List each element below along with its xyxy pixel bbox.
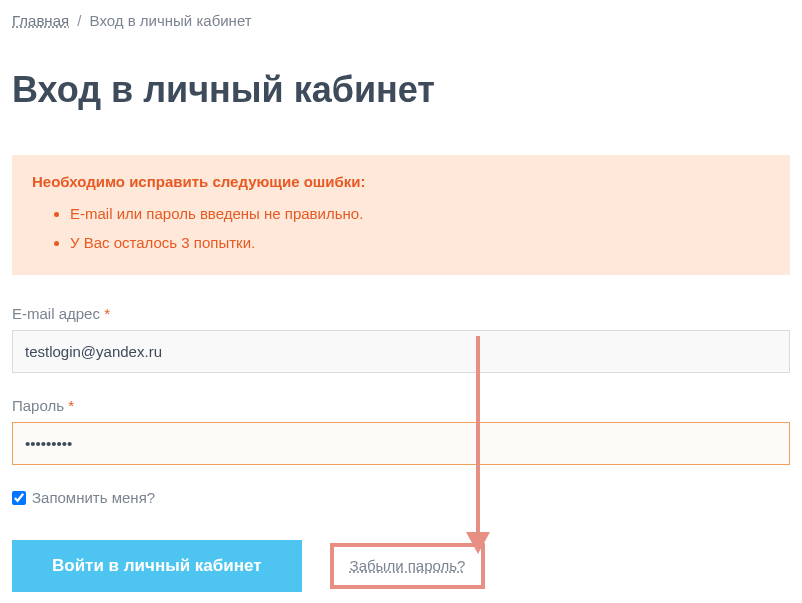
required-star: * xyxy=(104,305,110,322)
forgot-highlight-box: Забыли пароль? xyxy=(330,543,486,589)
error-heading: Необходимо исправить следующие ошибки: xyxy=(32,173,770,190)
error-box: Необходимо исправить следующие ошибки: E… xyxy=(12,155,790,275)
error-item: У Вас осталось 3 попытки. xyxy=(70,229,770,258)
error-list: E-mail или пароль введены не правильно. … xyxy=(32,200,770,257)
password-label: Пароль * xyxy=(12,397,790,414)
required-star: * xyxy=(68,397,74,414)
error-item: E-mail или пароль введены не правильно. xyxy=(70,200,770,229)
remember-label: Запомнить меня? xyxy=(32,489,155,506)
remember-checkbox[interactable] xyxy=(12,491,26,505)
forgot-password-link[interactable]: Забыли пароль? xyxy=(350,557,466,574)
breadcrumb-home-link[interactable]: Главная xyxy=(12,12,69,29)
password-input[interactable] xyxy=(12,422,790,465)
breadcrumb-separator: / xyxy=(77,12,81,29)
page-title: Вход в личный кабинет xyxy=(12,69,790,111)
remember-row: Запомнить меня? xyxy=(12,489,790,506)
actions-row: Войти в личный кабинет Забыли пароль? xyxy=(12,540,790,592)
breadcrumb: Главная / Вход в личный кабинет xyxy=(12,12,790,29)
email-input[interactable] xyxy=(12,330,790,373)
submit-button[interactable]: Войти в личный кабинет xyxy=(12,540,302,592)
breadcrumb-current: Вход в личный кабинет xyxy=(90,12,252,29)
email-label: E-mail адрес * xyxy=(12,305,790,322)
